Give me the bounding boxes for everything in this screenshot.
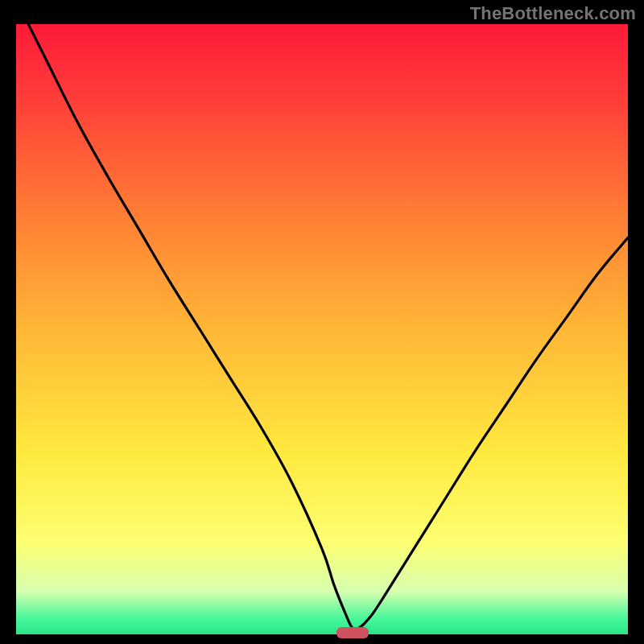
minimum-marker (336, 627, 369, 638)
bottleneck-chart (0, 0, 644, 644)
plot-background (16, 24, 628, 634)
attribution-label: TheBottleneck.com (470, 3, 636, 24)
chart-frame: TheBottleneck.com (0, 0, 644, 644)
